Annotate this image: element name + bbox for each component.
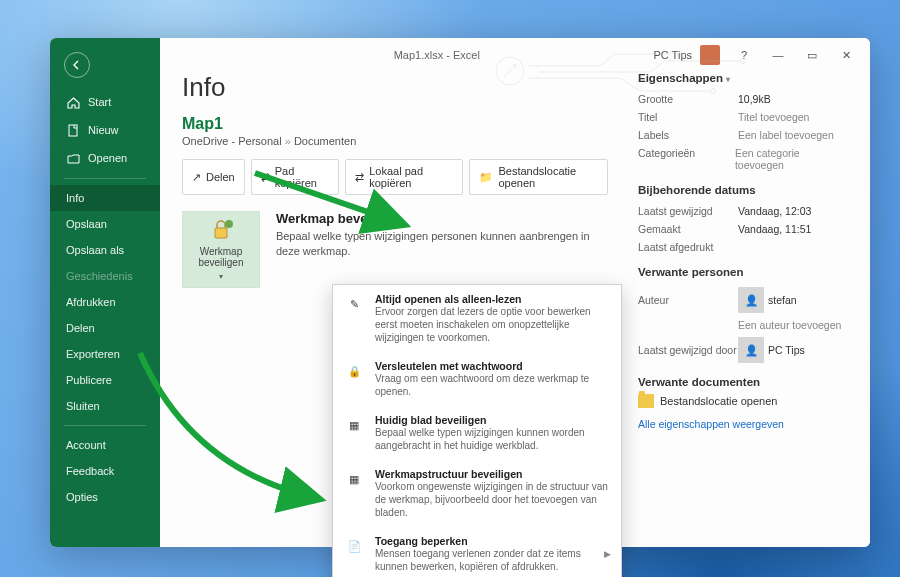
- menu-item-icon: ▦: [343, 414, 365, 436]
- related-docs-heading: Verwante documenten: [638, 376, 848, 388]
- nav-account[interactable]: Account: [50, 432, 160, 458]
- protect-desc: Bepaal welke typen wijzigingen personen …: [276, 229, 608, 260]
- main-panel: Map1.xlsx - Excel PC Tips ? — ▭ ✕ Info M…: [160, 38, 870, 547]
- last-modified-by: PC Tips: [768, 344, 805, 356]
- menu-item-icon: 🔒: [343, 360, 365, 382]
- page-title: Info: [182, 72, 608, 103]
- svg-point-6: [225, 220, 233, 228]
- prop-categorieën[interactable]: Een categorie toevoegen: [735, 147, 848, 171]
- nav-nieuw[interactable]: Nieuw: [50, 116, 160, 144]
- nav-exporteren[interactable]: Exporteren: [50, 341, 160, 367]
- pad-kopiëren-button[interactable]: ⇄Pad kopiëren: [251, 159, 339, 195]
- menu-altijd-openen-als-alleen-lezen[interactable]: ✎Altijd openen als alleen-lezenErvoor zo…: [333, 285, 621, 352]
- maximize-button[interactable]: ▭: [796, 42, 828, 68]
- open-icon: [66, 151, 80, 165]
- window-title: Map1.xlsx - Excel: [220, 49, 653, 61]
- excel-backstage-window: StartNieuwOpenen InfoOpslaanOpslaan alsG…: [50, 38, 870, 547]
- nav-sluiten[interactable]: Sluiten: [50, 393, 160, 419]
- delen-button[interactable]: ↗Delen: [182, 159, 245, 195]
- nav-info[interactable]: Info: [50, 185, 160, 211]
- menu-item-icon: ▦: [343, 468, 365, 490]
- svg-rect-0: [69, 125, 77, 136]
- prop-titel[interactable]: Titel toevoegen: [738, 111, 809, 123]
- menu-item-icon: 📄: [343, 535, 365, 557]
- account-name[interactable]: PC Tips: [653, 49, 692, 61]
- nav-publicere[interactable]: Publicere: [50, 367, 160, 393]
- home-icon: [66, 95, 80, 109]
- lokaal-pad-kopiëren-button[interactable]: ⇄Lokaal pad kopiëren: [345, 159, 463, 195]
- menu-werkmapstructuur-beveiligen[interactable]: ▦Werkmapstructuur beveiligenVoorkom onge…: [333, 460, 621, 527]
- add-author[interactable]: Een auteur toevoegen: [738, 319, 841, 331]
- protect-heading: Werkmap beveiligen: [276, 211, 608, 226]
- prop-grootte: 10,9kB: [738, 93, 771, 105]
- protect-workbook-menu: ✎Altijd openen als alleen-lezenErvoor zo…: [332, 284, 622, 577]
- close-button[interactable]: ✕: [830, 42, 862, 68]
- folder-icon: [638, 394, 654, 408]
- nav-geschiedenis[interactable]: Geschiedenis: [50, 263, 160, 289]
- nav-opties[interactable]: Opties: [50, 484, 160, 510]
- related-dates-heading: Bijbehorende datums: [638, 184, 848, 196]
- properties-heading[interactable]: Eigenschappen ▾: [638, 72, 848, 84]
- help-icon[interactable]: ?: [728, 42, 760, 68]
- prop-labels[interactable]: Een label toevoegen: [738, 129, 834, 141]
- protect-workbook-button[interactable]: Werkmap beveiligen ▾: [182, 211, 260, 288]
- nav-opslaan-als[interactable]: Opslaan als: [50, 237, 160, 263]
- person-icon: 👤: [738, 287, 764, 313]
- person-icon: 👤: [738, 337, 764, 363]
- svg-rect-5: [215, 228, 227, 238]
- nav-start[interactable]: Start: [50, 88, 160, 116]
- backstage-sidebar: StartNieuwOpenen InfoOpslaanOpslaan alsG…: [50, 38, 160, 547]
- bestandslocatie-openen-button[interactable]: 📁Bestandslocatie openen: [469, 159, 608, 195]
- document-name: Map1: [182, 115, 608, 133]
- breadcrumb[interactable]: OneDrive - Personal » Documenten: [182, 135, 608, 147]
- account-avatar[interactable]: [700, 45, 720, 65]
- open-file-location[interactable]: Bestandslocatie openen: [638, 394, 848, 408]
- related-persons-heading: Verwante personen: [638, 266, 848, 278]
- menu-item-icon: ✎: [343, 293, 365, 315]
- menu-huidig-blad-beveiligen[interactable]: ▦Huidig blad beveiligenBepaal welke type…: [333, 406, 621, 460]
- menu-toegang-beperken[interactable]: 📄Toegang beperkenMensen toegang verlenen…: [333, 527, 621, 577]
- show-all-properties[interactable]: Alle eigenschappen weergeven: [638, 418, 848, 430]
- new-icon: [66, 123, 80, 137]
- minimize-button[interactable]: —: [762, 42, 794, 68]
- nav-openen[interactable]: Openen: [50, 144, 160, 172]
- nav-delen[interactable]: Delen: [50, 315, 160, 341]
- nav-opslaan[interactable]: Opslaan: [50, 211, 160, 237]
- menu-versleutelen-met-wachtwoord[interactable]: 🔒Versleutelen met wachtwoordVraag om een…: [333, 352, 621, 406]
- titlebar: Map1.xlsx - Excel PC Tips ? — ▭ ✕: [160, 38, 870, 72]
- author-name: stefan: [768, 294, 797, 306]
- nav-afdrukken[interactable]: Afdrukken: [50, 289, 160, 315]
- nav-feedback[interactable]: Feedback: [50, 458, 160, 484]
- submenu-arrow-icon: ▶: [604, 549, 611, 559]
- back-button[interactable]: [64, 52, 90, 78]
